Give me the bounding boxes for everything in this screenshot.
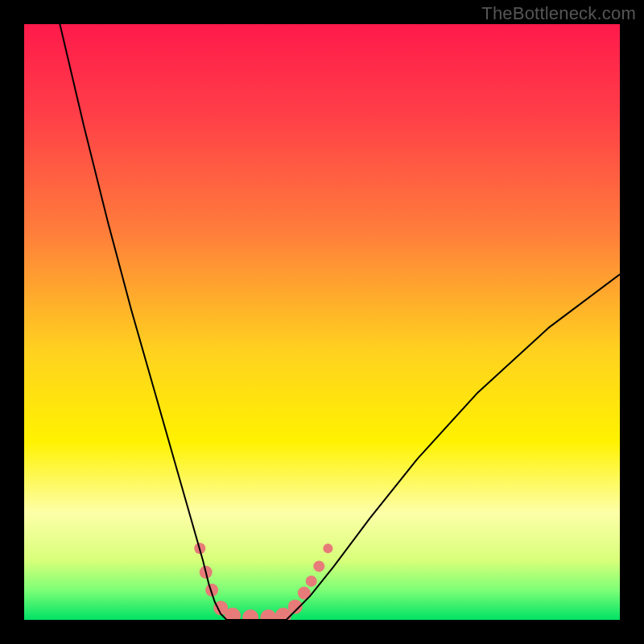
chart-frame: TheBottleneck.com bbox=[0, 0, 644, 644]
marker-point bbox=[306, 576, 317, 587]
marker-point bbox=[313, 560, 324, 572]
plot-area bbox=[24, 24, 620, 620]
curve-layer bbox=[24, 24, 620, 620]
bottleneck-curve bbox=[60, 24, 620, 620]
watermark-text: TheBottleneck.com bbox=[481, 3, 636, 24]
marker-group bbox=[194, 543, 332, 620]
marker-point bbox=[260, 609, 276, 620]
marker-point bbox=[323, 543, 332, 553]
marker-point bbox=[242, 609, 258, 620]
